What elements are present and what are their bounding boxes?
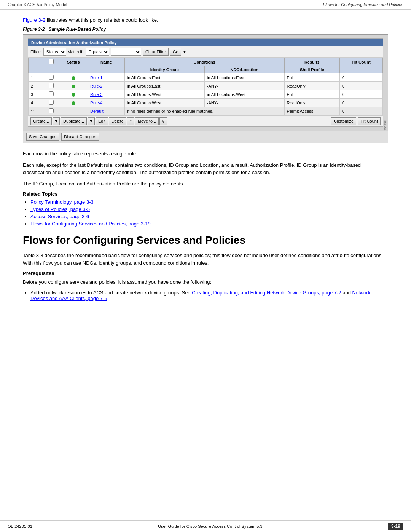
prereq-link-1[interactable]: Creating, Duplicating, and Editing Netwo… xyxy=(192,290,341,296)
main-content: Figure 3-2 illustrates what this policy … xyxy=(0,10,411,313)
save-changes-button[interactable]: Save Changes xyxy=(26,133,59,141)
cell-status xyxy=(59,73,88,82)
screenshot-inner: Device Administration Authorization Poli… xyxy=(23,35,388,131)
th-conditions: Conditions xyxy=(124,58,284,66)
default-checkbox[interactable] xyxy=(49,108,54,113)
default-hitcount: 0 xyxy=(339,107,382,115)
footer-left: OL-24201-01 xyxy=(8,524,32,529)
th-checkbox xyxy=(43,58,59,66)
related-link-2[interactable]: Types of Policies, page 3-5 xyxy=(30,206,90,212)
body-para-3: The ID Group, Location, and Authorizatio… xyxy=(23,180,388,188)
prereq-heading: Prerequisites xyxy=(23,270,388,276)
cell-idgroup: in All Groups:West xyxy=(124,90,204,99)
row-checkbox[interactable] xyxy=(49,91,54,96)
screenshot-body: Device Administration Authorization Poli… xyxy=(28,38,383,127)
create-arrow-button[interactable]: ▼ xyxy=(53,117,60,125)
hit-count-button[interactable]: Hit Count xyxy=(358,117,381,125)
th-name: Name xyxy=(88,58,124,66)
filter-label: Filter: xyxy=(30,50,41,54)
down-button[interactable]: v xyxy=(159,117,167,125)
cell-num: 1 xyxy=(29,73,43,82)
prereq-item-1: Added network resources to ACS and creat… xyxy=(30,290,388,301)
prereq-list: Added network resources to ACS and creat… xyxy=(30,290,388,301)
table-toolbar: Create... ▼ Duplicate... ▼ Edit Delete ^… xyxy=(28,115,383,126)
default-name: Default xyxy=(88,107,124,115)
cell-ndoloc: in All Locations:West xyxy=(204,90,284,99)
list-item: Flows for Configuring Services and Polic… xyxy=(30,221,388,227)
body-para-1: Each row in the policy table represents … xyxy=(23,150,388,158)
figure-intro: Figure 3-2 illustrates what this policy … xyxy=(23,17,388,23)
customize-button[interactable]: Customize xyxy=(331,117,356,125)
duplicate-button[interactable]: Duplicate... xyxy=(61,117,87,125)
cell-hitcount: 0 xyxy=(339,73,382,82)
policy-table: Status Name Conditions Results Hit Count… xyxy=(28,58,383,115)
rule-link[interactable]: Rule-3 xyxy=(90,92,102,97)
cell-num: 3 xyxy=(29,90,43,99)
go-button[interactable]: Go xyxy=(170,48,181,56)
discard-changes-button[interactable]: Discard Changes xyxy=(61,133,99,141)
cell-hitcount: 0 xyxy=(339,99,382,107)
figure-link[interactable]: Figure 3-2 xyxy=(23,17,45,23)
footer-right-text: User Guide for Cisco Secure Access Contr… xyxy=(158,524,263,529)
th-sub-hitcount xyxy=(339,66,382,73)
list-item: Policy Terminology, page 3-3 xyxy=(30,199,388,205)
th-status: Status xyxy=(59,58,88,66)
list-item: Types of Policies, page 3-5 xyxy=(30,206,388,212)
cell-shellprofile: ReadOnly xyxy=(284,82,339,90)
page-number: 3-19 xyxy=(388,523,403,530)
filter-match-select[interactable]: Equals xyxy=(86,48,109,56)
prereq-text-after: . xyxy=(107,296,109,301)
delete-button[interactable]: Delete xyxy=(109,117,126,125)
row-checkbox[interactable] xyxy=(49,83,54,88)
cell-cb xyxy=(43,82,59,90)
default-description: If no rules defined or no enabled rule m… xyxy=(124,107,284,115)
related-link-4[interactable]: Flows for Configuring Services and Polic… xyxy=(30,221,151,227)
duplicate-arrow-button[interactable]: ▼ xyxy=(88,117,95,125)
rule-link[interactable]: Rule-2 xyxy=(90,84,102,88)
th-ndo-location: NDO:Location xyxy=(204,66,284,73)
cell-idgroup: in All Groups:East xyxy=(124,82,204,90)
body-para-2: Each rule, except for the last Default r… xyxy=(23,161,388,176)
cell-num: 4 xyxy=(29,99,43,107)
filter-row: Filter: Status Match if: Equals Clear Fi… xyxy=(28,46,383,58)
row-checkbox[interactable] xyxy=(49,100,54,105)
related-link-3[interactable]: Access Services, page 3-6 xyxy=(30,214,89,219)
section-heading: Flows for Configuring Services and Polic… xyxy=(23,234,388,246)
policy-title-bar: Device Administration Authorization Poli… xyxy=(28,39,383,46)
move-to-button[interactable]: Move to... xyxy=(135,117,159,125)
cell-status xyxy=(59,82,88,90)
th-sub-cb xyxy=(43,66,59,73)
cell-name: Rule-1 xyxy=(88,73,124,82)
rule-link[interactable]: Rule-1 xyxy=(90,75,102,80)
select-all-checkbox[interactable] xyxy=(49,59,54,64)
save-row: Save Changes Discard Changes xyxy=(23,131,388,143)
th-hitcount: Hit Count xyxy=(339,58,382,66)
status-dot xyxy=(72,93,75,97)
table-row: 4 Rule-4 in All Groups:West -ANY- ReadOn… xyxy=(29,99,383,107)
table-row: 3 Rule-3 in All Groups:West in All Locat… xyxy=(29,90,383,99)
default-cb xyxy=(43,107,59,115)
cell-status xyxy=(59,90,88,99)
page-footer: OL-24201-01 User Guide for Cisco Secure … xyxy=(0,520,411,532)
clear-filter-button[interactable]: Clear Filter xyxy=(143,48,169,56)
rule-link[interactable]: Rule-4 xyxy=(90,101,102,105)
cell-cb xyxy=(43,90,59,99)
related-link-1[interactable]: Policy Terminology, page 3-3 xyxy=(30,199,94,205)
cell-shellprofile: Full xyxy=(284,73,339,82)
up-button[interactable]: ^ xyxy=(127,117,134,125)
filter-status-select[interactable]: Status xyxy=(43,48,66,56)
cell-name: Rule-4 xyxy=(88,99,124,107)
cell-name: Rule-3 xyxy=(88,90,124,99)
toolbar-left: Create... ▼ Duplicate... ▼ Edit Delete ^… xyxy=(30,117,167,125)
cell-num: 2 xyxy=(29,82,43,90)
prereq-text: Before you configure services and polici… xyxy=(23,278,388,286)
create-button[interactable]: Create... xyxy=(30,117,52,125)
filter-value-select[interactable] xyxy=(111,48,141,56)
table-link[interactable]: Table 3-8 xyxy=(23,252,43,258)
row-checkbox[interactable] xyxy=(49,75,54,80)
default-row: ** Default If no rules defined or no ena… xyxy=(29,107,383,115)
cell-name: Rule-2 xyxy=(88,82,124,90)
cell-cb xyxy=(43,99,59,107)
cell-shellprofile: Full xyxy=(284,90,339,99)
edit-button[interactable]: Edit xyxy=(96,117,108,125)
